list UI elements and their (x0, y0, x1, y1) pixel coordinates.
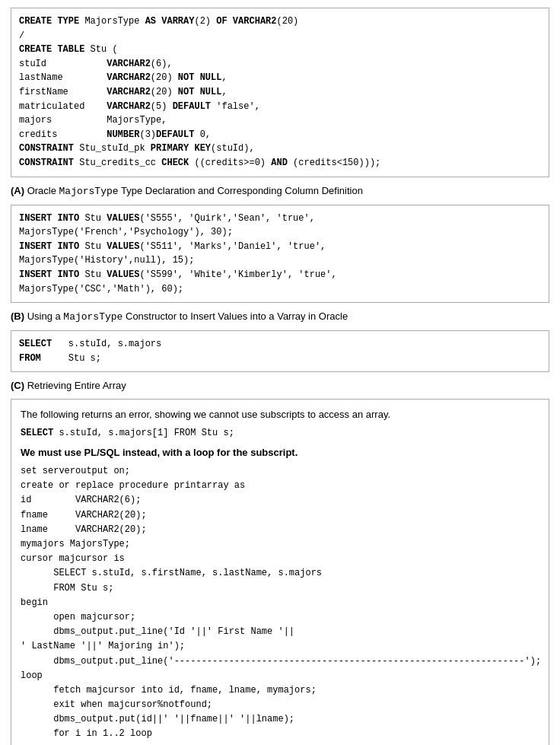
section-a-label: (A) Oracle MajorsType Type Declaration a… (11, 185, 549, 197)
section-b-label: (B) Using a MajorsType Constructor to In… (11, 310, 549, 323)
section-d-code2: set serveroutput on; create or replace p… (21, 464, 539, 742)
section-b-code: INSERT INTO Stu VALUES('S555', 'Quirk','… (11, 205, 549, 304)
section-c-code: SELECT s.stuId, s.majors FROM Stu s; (11, 330, 549, 372)
section-d-block: The following returns an error, showing … (11, 399, 549, 745)
section-a-code: CREATE TYPE MajorsType AS VARRAY(2) OF V… (11, 8, 549, 177)
section-c-label: (C) Retrieving Entire Array (11, 380, 549, 391)
section-d-intro2: We must use PL/SQL instead, with a loop … (21, 445, 539, 461)
section-d-intro1: The following returns an error, showing … (21, 407, 539, 423)
section-d-code1: SELECT s.stuId, s.majors[1] FROM Stu s; (21, 426, 539, 441)
